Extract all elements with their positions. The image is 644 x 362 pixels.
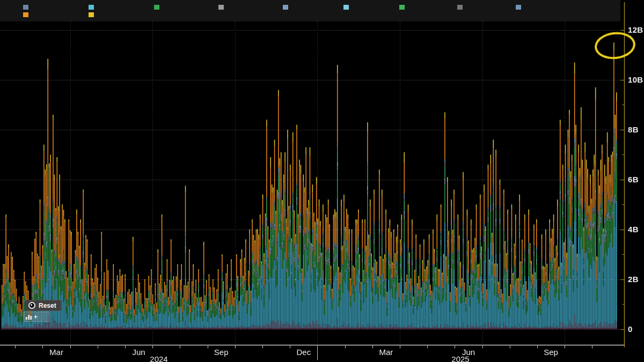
y-axis-tick-label: 4B	[628, 225, 639, 234]
y-axis-tick-label: 10B	[628, 75, 643, 84]
x-axis-month-label: Mar	[379, 348, 393, 357]
reset-button[interactable]: Reset	[25, 300, 61, 311]
y-axis-tick-label: 12B	[628, 25, 643, 34]
x-axis-month-label: Sep	[214, 348, 229, 357]
x-axis-year-label: 2025	[451, 354, 469, 362]
x-axis-month-label: Mar	[49, 348, 63, 357]
x-axis-month-label: Sep	[544, 348, 558, 357]
bloomberg-volume-chart: 12B10B8B6B4B2B0MarJunSepDecMarJunSep2024…	[0, 0, 644, 362]
y-axis-tick-label: 8B	[628, 125, 639, 134]
y-axis-tick-label: 0	[628, 324, 633, 334]
x-axis-year-label: 2024	[150, 354, 167, 362]
x-axis-month-label: Jun	[133, 348, 145, 357]
y-axis-tick-label: 6B	[628, 175, 639, 184]
mini-bar-chart-icon	[26, 314, 32, 320]
x-axis-month-label: Dec	[296, 348, 311, 357]
reset-button-label: Reset	[39, 302, 56, 309]
stacked-volume-bars-canvas[interactable]	[0, 0, 644, 362]
add-annotation-plus-icon: +	[34, 314, 38, 320]
y-axis-tick-label: 2B	[628, 275, 639, 284]
chart-mini-toolbox[interactable]: +	[24, 312, 49, 322]
reset-target-icon	[28, 302, 35, 309]
